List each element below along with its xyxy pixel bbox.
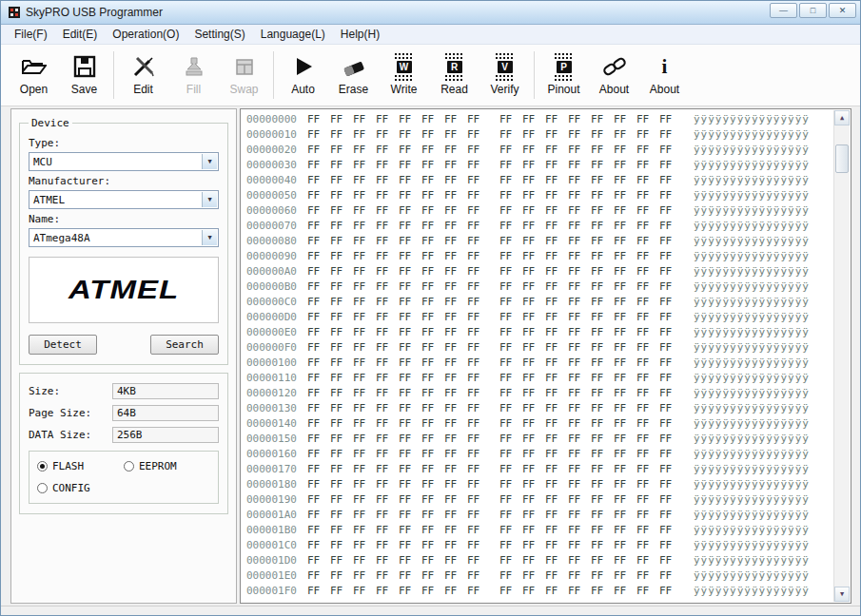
hex-byte[interactable]: FF — [330, 173, 353, 188]
hex-byte[interactable]: FF — [444, 295, 467, 310]
hex-byte[interactable]: FF — [307, 264, 330, 279]
hex-byte[interactable]: FF — [591, 356, 614, 371]
hex-byte[interactable]: FF — [591, 401, 614, 416]
hex-byte[interactable]: FF — [636, 492, 659, 508]
hex-byte[interactable]: FF — [353, 112, 376, 127]
hex-byte[interactable]: FF — [421, 401, 444, 416]
hex-byte[interactable]: FF — [467, 234, 490, 249]
device-button[interactable]: About — [589, 47, 639, 104]
hex-byte[interactable]: FF — [444, 219, 467, 234]
hex-byte[interactable]: FF — [330, 279, 353, 295]
hex-byte[interactable]: FF — [568, 188, 591, 203]
hex-byte[interactable]: FF — [467, 310, 490, 325]
hex-byte[interactable]: FF — [636, 143, 659, 158]
hex-byte[interactable]: FF — [499, 416, 522, 432]
hex-byte[interactable]: FF — [376, 477, 399, 492]
hex-byte[interactable]: FF — [591, 477, 614, 492]
hex-byte[interactable]: FF — [659, 325, 682, 340]
hex-byte[interactable]: FF — [659, 249, 682, 264]
hex-byte[interactable]: FF — [659, 310, 682, 325]
hex-byte[interactable]: FF — [545, 568, 568, 584]
hex-byte[interactable]: FF — [467, 249, 490, 264]
hex-byte[interactable]: FF — [444, 188, 467, 203]
hex-byte[interactable]: FF — [568, 416, 591, 432]
close-button[interactable]: ✕ — [829, 3, 856, 18]
hex-byte[interactable]: FF — [499, 158, 522, 173]
hex-byte[interactable]: FF — [636, 356, 659, 371]
radio-eeprom[interactable]: EEPROM — [124, 460, 210, 472]
hex-byte[interactable]: FF — [444, 447, 467, 462]
hex-byte[interactable]: FF — [307, 112, 330, 127]
hex-byte[interactable]: FF — [467, 173, 490, 188]
hex-byte[interactable]: FF — [307, 568, 330, 584]
hex-byte[interactable]: FF — [499, 462, 522, 477]
hex-byte[interactable]: FF — [376, 584, 399, 599]
hex-byte[interactable]: FF — [499, 401, 522, 416]
hex-byte[interactable]: FF — [568, 401, 591, 416]
hex-byte[interactable]: FF — [659, 188, 682, 203]
hex-byte[interactable]: FF — [353, 584, 376, 599]
hex-byte[interactable]: FF — [399, 416, 421, 432]
hex-byte[interactable]: FF — [545, 371, 568, 386]
hex-byte[interactable]: FF — [421, 492, 444, 508]
hex-byte[interactable]: FF — [522, 508, 545, 523]
hex-byte[interactable]: FF — [636, 234, 659, 249]
hex-byte[interactable]: FF — [421, 112, 444, 127]
hex-byte[interactable]: FF — [499, 356, 522, 371]
hex-byte[interactable]: FF — [568, 127, 591, 143]
hex-byte[interactable]: FF — [353, 127, 376, 143]
hex-byte[interactable]: FF — [636, 264, 659, 279]
hex-byte[interactable]: FF — [614, 325, 636, 340]
hex-byte[interactable]: FF — [353, 325, 376, 340]
hex-byte[interactable]: FF — [568, 356, 591, 371]
hex-byte[interactable]: FF — [591, 523, 614, 538]
menu-language[interactable]: Language(L) — [253, 26, 333, 43]
hex-byte[interactable]: FF — [591, 264, 614, 279]
hex-byte[interactable]: FF — [353, 492, 376, 508]
maximize-button[interactable]: □ — [799, 3, 827, 18]
hex-byte[interactable]: FF — [353, 447, 376, 462]
hex-byte[interactable]: FF — [545, 158, 568, 173]
hex-byte[interactable]: FF — [545, 538, 568, 553]
hex-byte[interactable]: FF — [421, 462, 444, 477]
hex-byte[interactable]: FF — [376, 173, 399, 188]
hex-byte[interactable]: FF — [568, 447, 591, 462]
erase-button[interactable]: Erase — [328, 47, 379, 104]
hex-byte[interactable]: FF — [614, 203, 636, 219]
hex-byte[interactable]: FF — [636, 188, 659, 203]
hex-byte[interactable]: FF — [330, 553, 353, 568]
hex-byte[interactable]: FF — [376, 188, 399, 203]
hex-byte[interactable]: FF — [444, 158, 467, 173]
hex-byte[interactable]: FF — [376, 416, 399, 432]
hex-byte[interactable]: FF — [421, 584, 444, 599]
hex-byte[interactable]: FF — [591, 432, 614, 447]
hex-byte[interactable]: FF — [399, 310, 421, 325]
hex-byte[interactable]: FF — [499, 279, 522, 295]
hex-byte[interactable]: FF — [636, 203, 659, 219]
hex-byte[interactable]: FF — [330, 127, 353, 143]
hex-byte[interactable]: FF — [376, 523, 399, 538]
hex-byte[interactable]: FF — [591, 295, 614, 310]
hex-byte[interactable]: FF — [399, 143, 421, 158]
hex-byte[interactable]: FF — [568, 538, 591, 553]
hex-byte[interactable]: FF — [659, 568, 682, 584]
hex-byte[interactable]: FF — [376, 492, 399, 508]
hex-byte[interactable]: FF — [399, 203, 421, 219]
menu-file[interactable]: File(F) — [7, 26, 55, 43]
hex-byte[interactable]: FF — [591, 325, 614, 340]
menu-edit[interactable]: Edit(E) — [55, 26, 106, 43]
hex-byte[interactable]: FF — [659, 371, 682, 386]
hex-byte[interactable]: FF — [614, 553, 636, 568]
vertical-scrollbar[interactable]: ▲ ▼ — [833, 110, 850, 602]
hex-byte[interactable]: FF — [376, 234, 399, 249]
hex-byte[interactable]: FF — [307, 371, 330, 386]
hex-byte[interactable]: FF — [399, 568, 421, 584]
manufacturer-combo[interactable]: ATMEL ▼ — [29, 190, 219, 209]
hex-byte[interactable]: FF — [353, 264, 376, 279]
hex-byte[interactable]: FF — [376, 127, 399, 143]
hex-byte[interactable]: FF — [421, 173, 444, 188]
hex-byte[interactable]: FF — [307, 432, 330, 447]
hex-byte[interactable]: FF — [545, 143, 568, 158]
hex-byte[interactable]: FF — [421, 356, 444, 371]
hex-byte[interactable]: FF — [399, 325, 421, 340]
